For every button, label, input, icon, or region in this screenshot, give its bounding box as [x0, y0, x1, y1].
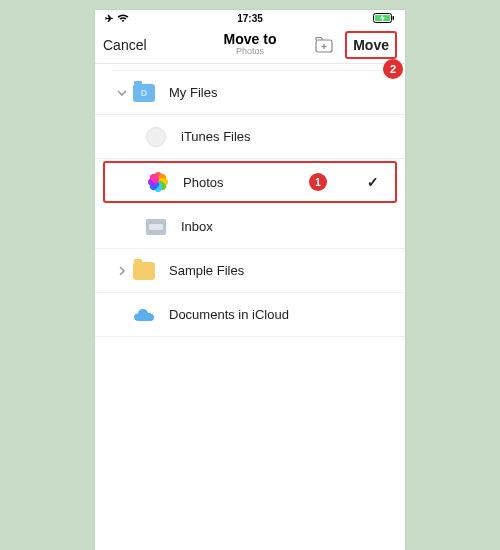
folder-label: Inbox: [181, 219, 405, 234]
folder-icon: [131, 258, 157, 284]
folder-label: Sample Files: [169, 263, 405, 278]
wifi-icon: [117, 14, 129, 23]
inbox-icon: [143, 214, 169, 240]
move-button-label: Move: [353, 37, 389, 53]
new-folder-icon[interactable]: [315, 37, 335, 53]
folder-icon: [131, 80, 157, 106]
itunes-icon: [143, 124, 169, 150]
phone-screen: ✈ 17:35 Cancel Move to Photos Move 2: [95, 10, 405, 550]
folder-row-icloud[interactable]: Documents in iCloud: [95, 293, 405, 337]
folder-list[interactable]: My Files iTunes Files Photos 1: [95, 64, 405, 337]
battery-icon: [373, 13, 395, 23]
checkmark-icon: ✓: [367, 174, 379, 190]
chevron-right-icon[interactable]: [113, 266, 131, 276]
folder-label: My Files: [169, 85, 405, 100]
status-time: 17:35: [237, 13, 263, 24]
folder-label: iTunes Files: [181, 129, 405, 144]
move-button[interactable]: Move 2: [345, 31, 397, 59]
folder-row-itunes[interactable]: iTunes Files: [95, 115, 405, 159]
nav-bar: Cancel Move to Photos Move 2: [95, 26, 405, 64]
nav-title-area: Move to Photos: [224, 32, 277, 57]
svg-rect-1: [393, 16, 395, 20]
status-bar: ✈ 17:35: [95, 10, 405, 26]
photos-icon: [145, 169, 171, 195]
folder-row-photos[interactable]: Photos 1 ✓: [103, 161, 397, 203]
folder-row-sample[interactable]: Sample Files: [95, 249, 405, 293]
airplane-mode-icon: ✈: [105, 13, 113, 24]
annotation-badge-1: 1: [309, 173, 327, 191]
folder-row-inbox[interactable]: Inbox: [95, 205, 405, 249]
folder-label: Documents in iCloud: [169, 307, 405, 322]
folder-label: Photos: [183, 175, 309, 190]
folder-row-myfiles[interactable]: My Files: [95, 71, 405, 115]
cloud-icon: [131, 302, 157, 328]
nav-title: Move to: [224, 32, 277, 47]
nav-subtitle: Photos: [224, 47, 277, 57]
chevron-down-icon[interactable]: [113, 90, 131, 96]
cancel-button[interactable]: Cancel: [103, 37, 147, 53]
